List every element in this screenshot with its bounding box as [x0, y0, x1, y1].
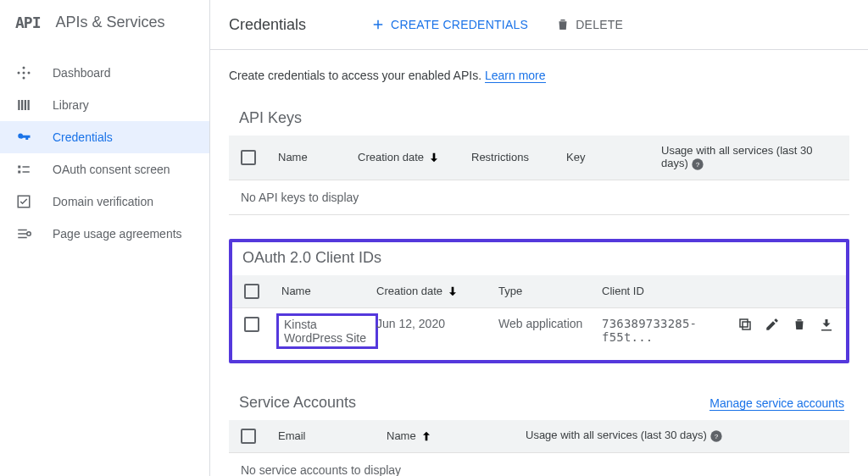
- oauth-row-client-id: 736389733285-f55t...: [602, 317, 729, 344]
- svg-point-1: [18, 72, 20, 75]
- delete-button[interactable]: DELETE: [552, 14, 626, 36]
- service-accounts-header-row: Email Name Usage with all services (last…: [229, 420, 849, 453]
- column-creation-date[interactable]: Creation date: [376, 285, 495, 298]
- oauth-row[interactable]: Kinsta WordPress Site Jun 12, 2020 Web a…: [232, 308, 846, 355]
- column-name[interactable]: Name: [387, 429, 522, 443]
- settings-icon: [15, 226, 32, 241]
- svg-rect-15: [18, 233, 27, 235]
- trash-icon: [555, 17, 570, 32]
- svg-rect-11: [23, 166, 30, 168]
- sidebar-item-label: Library: [53, 98, 89, 112]
- create-credentials-button[interactable]: CREATE CREDENTIALS: [367, 14, 531, 36]
- column-email[interactable]: Email: [278, 429, 383, 442]
- api-keys-section: API Keys Name Creation date Restrictions…: [229, 102, 849, 215]
- api-keys-title: API Keys: [229, 102, 849, 136]
- svg-rect-16: [18, 237, 27, 239]
- column-creation-date[interactable]: Creation date: [358, 151, 468, 164]
- svg-rect-21: [740, 319, 748, 327]
- key-icon: [15, 130, 32, 145]
- arrow-down-icon: [427, 151, 441, 164]
- svg-point-4: [23, 77, 25, 80]
- oauth-header-row: Name Creation date Type Client ID: [232, 275, 846, 308]
- sidebar-header: API APIs & Services: [0, 3, 209, 42]
- oauth-row-type: Web application: [498, 317, 598, 330]
- sidebar-item-oauth-consent[interactable]: OAuth consent screen: [0, 153, 209, 185]
- sidebar-item-label: Dashboard: [53, 66, 111, 80]
- service-accounts-section: Service Accounts Manage service accounts…: [229, 387, 849, 476]
- dashboard-icon: [15, 65, 32, 80]
- arrow-down-icon: [446, 285, 459, 298]
- column-name[interactable]: Name: [278, 151, 354, 163]
- arrow-up-icon: [420, 429, 433, 443]
- topbar: Credentials CREATE CREDENTIALS DELETE: [210, 0, 868, 50]
- sidebar-item-label: OAuth consent screen: [53, 163, 170, 176]
- oauth-row-creation: Jun 12, 2020: [376, 317, 495, 330]
- select-all-checkbox[interactable]: [244, 284, 259, 299]
- edit-icon[interactable]: [765, 317, 780, 332]
- api-keys-header-row: Name Creation date Restrictions Key Usag…: [229, 136, 849, 180]
- create-credentials-label: CREATE CREDENTIALS: [391, 18, 528, 31]
- oauth-clients-section: OAuth 2.0 Client IDs Name Creation date …: [229, 239, 849, 363]
- oauth-row-name[interactable]: Kinsta WordPress Site: [276, 313, 378, 349]
- download-icon[interactable]: [819, 317, 834, 332]
- column-type[interactable]: Type: [498, 285, 598, 297]
- column-usage[interactable]: Usage with all services (last 30 days) ?: [526, 429, 837, 443]
- svg-text:?: ?: [715, 433, 719, 440]
- svg-point-2: [28, 72, 31, 75]
- sidebar-item-page-usage[interactable]: Page usage agreements: [0, 218, 209, 250]
- sidebar-title: APIs & Services: [56, 14, 165, 31]
- page-title: Credentials: [229, 16, 306, 34]
- svg-rect-20: [743, 322, 750, 329]
- check-icon: [15, 194, 32, 209]
- help-icon[interactable]: ?: [709, 429, 723, 443]
- library-icon: [15, 97, 32, 113]
- svg-rect-8: [28, 100, 30, 110]
- sidebar-item-label: Page usage agreements: [53, 227, 182, 241]
- svg-rect-12: [23, 171, 30, 173]
- svg-rect-7: [25, 100, 26, 110]
- row-checkbox[interactable]: [244, 317, 259, 332]
- learn-more-link[interactable]: Learn more: [485, 69, 546, 83]
- svg-point-0: [23, 72, 25, 75]
- column-client-id[interactable]: Client ID: [602, 285, 729, 297]
- service-accounts-empty: No service accounts to display: [229, 453, 849, 476]
- sidebar-item-label: Domain verification: [53, 195, 153, 208]
- help-icon[interactable]: ?: [691, 158, 704, 171]
- consent-icon: [15, 162, 32, 177]
- sidebar-item-dashboard[interactable]: Dashboard: [0, 57, 209, 89]
- oauth-clients-title: OAuth 2.0 Client IDs: [232, 242, 846, 275]
- svg-rect-10: [18, 171, 20, 174]
- svg-point-17: [27, 232, 31, 236]
- column-usage[interactable]: Usage with all services (last 30 days) ?: [661, 144, 837, 171]
- copy-icon[interactable]: [737, 317, 753, 332]
- svg-rect-6: [21, 100, 23, 110]
- svg-rect-5: [18, 100, 19, 110]
- svg-rect-14: [18, 230, 27, 231]
- api-keys-empty: No API keys to display: [229, 180, 849, 215]
- select-all-checkbox[interactable]: [241, 429, 256, 444]
- column-restrictions[interactable]: Restrictions: [471, 151, 563, 163]
- sidebar-item-domain-verification[interactable]: Domain verification: [0, 185, 209, 218]
- delete-icon[interactable]: [792, 317, 807, 332]
- delete-label: DELETE: [576, 18, 623, 31]
- select-all-checkbox[interactable]: [241, 150, 256, 165]
- sidebar-item-label: Credentials: [53, 130, 113, 144]
- api-logo: API: [15, 14, 41, 31]
- service-accounts-title: Service Accounts: [229, 387, 356, 420]
- intro-text: Create credentials to access your enable…: [229, 69, 849, 82]
- svg-text:?: ?: [696, 160, 700, 168]
- sidebar-item-credentials[interactable]: Credentials: [0, 121, 209, 153]
- svg-point-3: [23, 67, 25, 69]
- svg-rect-9: [18, 166, 20, 169]
- manage-service-accounts-link[interactable]: Manage service accounts: [709, 396, 844, 411]
- sidebar-item-library[interactable]: Library: [0, 89, 209, 121]
- column-name[interactable]: Name: [281, 285, 373, 297]
- column-key[interactable]: Key: [566, 151, 658, 163]
- plus-icon: [370, 17, 386, 32]
